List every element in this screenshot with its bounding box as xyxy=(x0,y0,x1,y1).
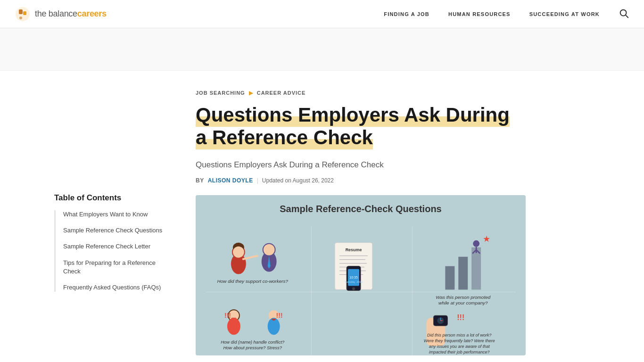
svg-text:★: ★ xyxy=(483,234,490,244)
breadcrumb-job-searching[interactable]: JOB SEARCHING xyxy=(196,90,245,96)
article-title: Questions Employers Ask During a Referen… xyxy=(196,104,510,149)
svg-text:!!!: !!! xyxy=(224,312,231,319)
author-line: BY ALISON DOYLE | Updated on August 26, … xyxy=(196,177,526,184)
breadcrumb: JOB SEARCHING ▶ CAREER ADVICE xyxy=(196,90,526,96)
svg-text:Were they frequently late? Wer: Were they frequently late? Were there xyxy=(424,338,495,343)
toc-link-tips-preparing[interactable]: Tips for Preparing for a Reference Check xyxy=(63,259,167,276)
page-container: Table of Contents What Employers Want to… xyxy=(39,71,605,362)
svg-text:10:35: 10:35 xyxy=(349,276,358,279)
svg-rect-30 xyxy=(458,257,468,290)
svg-text:any issues you are aware of th: any issues you are aware of that xyxy=(429,344,490,349)
svg-line-5 xyxy=(626,15,628,17)
logo-icon xyxy=(15,7,30,22)
svg-text:Tuesday, 2022: Tuesday, 2022 xyxy=(345,280,363,283)
article-subtitle: Questions Employers Ask During a Referen… xyxy=(196,159,526,171)
toc-item-sample-questions: Sample Reference Check Questions xyxy=(63,226,167,235)
toc-link-faqs[interactable]: Frequently Asked Questions (FAQs) xyxy=(63,283,167,292)
search-button[interactable] xyxy=(619,8,629,20)
logo-text: the balancecareers xyxy=(35,9,107,19)
main-nav: FINDING A JOB HUMAN RESOURCES SUCCEEDING… xyxy=(384,8,629,20)
toc-item-what-employers: What Employers Want to Know xyxy=(63,210,167,219)
toc-item-sample-letter: Sample Reference Check Letter xyxy=(63,242,167,251)
author-separator: | xyxy=(257,177,258,184)
svg-point-41 xyxy=(227,318,240,335)
toc-item-tips-preparing: Tips for Preparing for a Reference Check xyxy=(63,259,167,276)
svg-point-32 xyxy=(473,240,479,247)
svg-text:How about pressure? Stress?: How about pressure? Stress? xyxy=(223,345,282,350)
illustration-title: Sample Reference-Check Questions xyxy=(280,195,441,219)
toc-title: Table of Contents xyxy=(54,193,167,203)
svg-rect-2 xyxy=(23,11,26,15)
article-image: Sample Reference-Check Questions xyxy=(196,195,526,355)
site-header: the balancecareers FINDING A JOB HUMAN R… xyxy=(0,0,644,28)
toc-link-sample-questions[interactable]: Sample Reference Check Questions xyxy=(63,226,167,235)
illustration-svg: How did they support co-workers? Resume … xyxy=(196,219,526,355)
author-by-label: BY xyxy=(196,177,204,184)
svg-text:!!!: !!! xyxy=(276,312,283,319)
sidebar: Table of Contents What Employers Want to… xyxy=(54,90,167,355)
toc-link-what-employers[interactable]: What Employers Want to Know xyxy=(63,210,167,219)
ad-banner xyxy=(0,28,644,71)
author-name[interactable]: ALISON DOYLE xyxy=(208,177,253,184)
svg-rect-1 xyxy=(19,9,23,14)
svg-text:Did this person miss a lot of : Did this person miss a lot of work? xyxy=(427,333,491,337)
svg-line-10 xyxy=(243,256,257,259)
svg-text:Resume: Resume xyxy=(346,247,362,252)
title-wrapper: Questions Employers Ask During a Referen… xyxy=(196,104,526,149)
svg-point-13 xyxy=(264,244,275,255)
svg-text:How did (name) handle conflict: How did (name) handle conflict? xyxy=(221,339,285,345)
svg-point-3 xyxy=(19,16,22,19)
nav-finding-a-job[interactable]: FINDING A JOB xyxy=(384,11,429,17)
svg-rect-29 xyxy=(445,266,454,290)
svg-point-9 xyxy=(233,247,244,258)
site-logo[interactable]: the balancecareers xyxy=(15,7,107,22)
svg-text:Was this person promoted: Was this person promoted xyxy=(436,295,490,300)
main-content: JOB SEARCHING ▶ CAREER ADVICE Questions … xyxy=(196,90,526,355)
nav-human-resources[interactable]: HUMAN RESOURCES xyxy=(448,11,511,17)
toc-link-sample-letter[interactable]: Sample Reference Check Letter xyxy=(63,242,167,251)
svg-text:impacted their job performance: impacted their job performance? xyxy=(429,350,489,354)
toc-list: What Employers Want to Know Sample Refer… xyxy=(54,210,167,292)
svg-text:How did they support co-worker: How did they support co-workers? xyxy=(217,279,289,284)
svg-point-0 xyxy=(16,7,30,21)
svg-point-28 xyxy=(352,288,355,290)
svg-text:while at your company?: while at your company? xyxy=(438,300,488,305)
toc-item-faqs: Frequently Asked Questions (FAQs) xyxy=(63,283,167,292)
article-updated-date: Updated on August 26, 2022 xyxy=(262,177,334,184)
nav-succeeding-at-work[interactable]: SUCCEEDING AT WORK xyxy=(529,11,600,17)
breadcrumb-career-advice[interactable]: CAREER ADVICE xyxy=(257,90,306,96)
breadcrumb-separator: ▶ xyxy=(249,90,253,96)
svg-text:!!!: !!! xyxy=(457,313,464,321)
